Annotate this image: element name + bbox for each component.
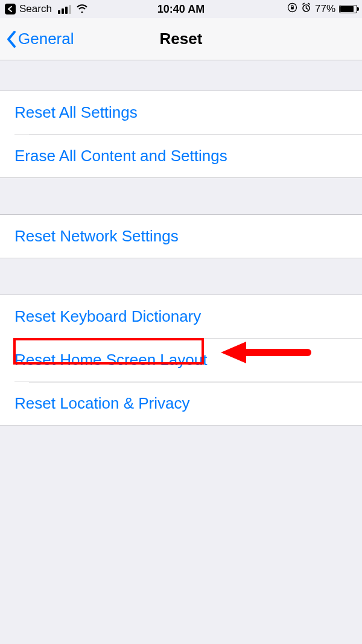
spacer xyxy=(0,258,362,295)
status-bar-right: 77% xyxy=(287,2,357,16)
back-button-label: General xyxy=(18,30,74,48)
back-to-app-icon[interactable] xyxy=(5,4,16,14)
orientation-lock-icon xyxy=(287,2,297,16)
status-bar: Search 10:40 AM 77 xyxy=(0,0,362,18)
battery-percentage: 77% xyxy=(315,3,335,15)
row-label: Reset Location & Privacy xyxy=(14,394,189,412)
navigation-bar: General Reset xyxy=(0,18,362,60)
reset-keyboard-dictionary-row[interactable]: Reset Keyboard Dictionary xyxy=(0,295,362,338)
spacer xyxy=(0,178,362,214)
reset-all-settings-row[interactable]: Reset All Settings xyxy=(0,91,362,134)
status-bar-time: 10:40 AM xyxy=(157,3,205,16)
erase-all-content-row[interactable]: Erase All Content and Settings xyxy=(14,134,362,177)
back-button[interactable]: General xyxy=(0,30,74,48)
page-title: Reset xyxy=(160,30,203,48)
spacer xyxy=(0,60,362,91)
row-label: Erase All Content and Settings xyxy=(14,147,227,165)
alarm-icon xyxy=(301,2,311,16)
svg-rect-1 xyxy=(291,7,294,10)
settings-group-3: Reset Keyboard Dictionary Reset Home Scr… xyxy=(0,295,362,426)
settings-group-1: Reset All Settings Erase All Content and… xyxy=(0,91,362,178)
settings-group-2: Reset Network Settings xyxy=(0,214,362,258)
reset-home-screen-layout-row[interactable]: Reset Home Screen Layout xyxy=(14,338,362,381)
row-label: Reset Home Screen Layout xyxy=(14,351,207,369)
reset-network-settings-row[interactable]: Reset Network Settings xyxy=(0,215,362,258)
chevron-left-icon xyxy=(6,30,17,48)
wifi-icon xyxy=(76,3,88,16)
row-label: Reset Network Settings xyxy=(14,227,179,245)
status-bar-left: Search xyxy=(5,3,88,16)
row-label: Reset All Settings xyxy=(14,103,138,121)
row-label: Reset Keyboard Dictionary xyxy=(14,307,201,325)
back-to-app-label[interactable]: Search xyxy=(19,3,52,15)
reset-location-privacy-row[interactable]: Reset Location & Privacy xyxy=(14,381,362,425)
cellular-signal-icon xyxy=(58,5,71,14)
battery-icon xyxy=(339,5,357,13)
